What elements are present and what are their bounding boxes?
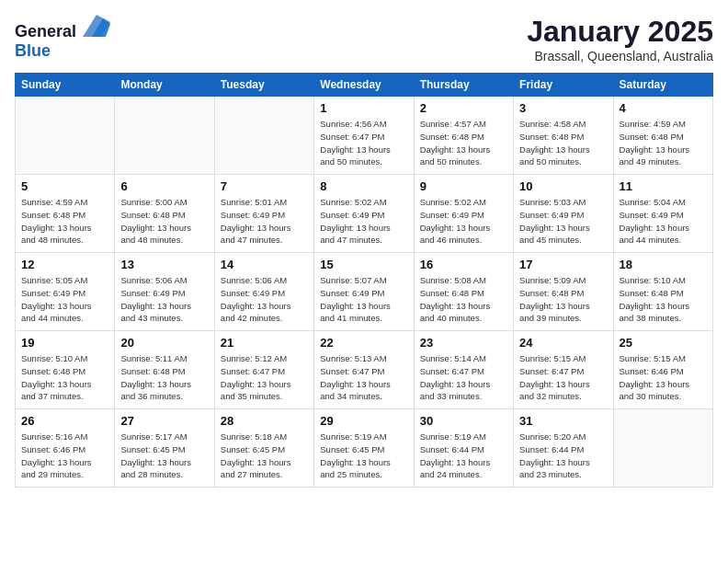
day-number: 8 bbox=[320, 179, 407, 193]
calendar-cell: 29Sunrise: 5:19 AMSunset: 6:45 PMDayligh… bbox=[314, 409, 414, 488]
week-row-4: 19Sunrise: 5:10 AMSunset: 6:48 PMDayligh… bbox=[16, 331, 713, 409]
day-info: Sunrise: 4:59 AMSunset: 6:48 PMDaylight:… bbox=[620, 118, 707, 168]
calendar-cell: 10Sunrise: 5:03 AMSunset: 6:49 PMDayligh… bbox=[514, 175, 613, 253]
day-number: 29 bbox=[320, 414, 407, 428]
day-info: Sunrise: 5:11 AMSunset: 6:48 PMDaylight:… bbox=[120, 352, 208, 403]
calendar-cell: 12Sunrise: 5:05 AMSunset: 6:49 PMDayligh… bbox=[16, 253, 115, 331]
logo-blue: Blue bbox=[15, 41, 51, 60]
col-header-saturday: Saturday bbox=[613, 74, 712, 97]
day-number: 17 bbox=[519, 258, 607, 271]
day-number: 21 bbox=[221, 336, 308, 350]
calendar-cell bbox=[214, 97, 313, 175]
calendar-cell: 5Sunrise: 4:59 AMSunset: 6:48 PMDaylight… bbox=[16, 175, 115, 253]
day-info: Sunrise: 4:57 AMSunset: 6:48 PMDaylight:… bbox=[420, 118, 507, 168]
day-number: 16 bbox=[420, 258, 507, 271]
day-info: Sunrise: 4:56 AMSunset: 6:47 PMDaylight:… bbox=[320, 118, 407, 168]
day-number: 19 bbox=[21, 336, 108, 350]
week-row-5: 26Sunrise: 5:16 AMSunset: 6:46 PMDayligh… bbox=[16, 409, 713, 488]
day-number: 10 bbox=[519, 179, 607, 193]
calendar-cell: 1Sunrise: 4:56 AMSunset: 6:47 PMDaylight… bbox=[314, 97, 414, 175]
day-number: 7 bbox=[221, 179, 308, 193]
day-number: 28 bbox=[221, 414, 308, 428]
day-info: Sunrise: 5:17 AMSunset: 6:45 PMDaylight:… bbox=[120, 431, 208, 481]
day-number: 31 bbox=[519, 414, 607, 428]
calendar-table: SundayMondayTuesdayWednesdayThursdayFrid… bbox=[15, 73, 713, 488]
day-info: Sunrise: 5:06 AMSunset: 6:49 PMDaylight:… bbox=[120, 274, 208, 325]
calendar-cell: 8Sunrise: 5:02 AMSunset: 6:49 PMDaylight… bbox=[314, 175, 414, 253]
calendar-cell bbox=[16, 97, 115, 175]
day-info: Sunrise: 5:14 AMSunset: 6:47 PMDaylight:… bbox=[420, 352, 507, 403]
col-header-sunday: Sunday bbox=[16, 74, 115, 97]
calendar-cell: 17Sunrise: 5:09 AMSunset: 6:48 PMDayligh… bbox=[514, 253, 613, 331]
day-info: Sunrise: 5:18 AMSunset: 6:45 PMDaylight:… bbox=[221, 431, 308, 481]
calendar-cell: 11Sunrise: 5:04 AMSunset: 6:49 PMDayligh… bbox=[613, 175, 712, 253]
logo-bird-icon bbox=[83, 15, 110, 37]
week-row-2: 5Sunrise: 4:59 AMSunset: 6:48 PMDaylight… bbox=[16, 175, 713, 253]
page-header: General Blue January 2025 Brassall, Quee… bbox=[15, 15, 713, 63]
day-info: Sunrise: 5:16 AMSunset: 6:46 PMDaylight:… bbox=[21, 431, 108, 481]
day-info: Sunrise: 5:10 AMSunset: 6:48 PMDaylight:… bbox=[620, 274, 707, 325]
day-info: Sunrise: 5:00 AMSunset: 6:48 PMDaylight:… bbox=[120, 196, 208, 247]
col-header-tuesday: Tuesday bbox=[214, 74, 313, 97]
day-info: Sunrise: 5:07 AMSunset: 6:49 PMDaylight:… bbox=[320, 274, 407, 325]
day-info: Sunrise: 5:01 AMSunset: 6:49 PMDaylight:… bbox=[221, 196, 308, 247]
calendar-cell: 18Sunrise: 5:10 AMSunset: 6:48 PMDayligh… bbox=[613, 253, 712, 331]
calendar-cell bbox=[115, 97, 214, 175]
day-number: 24 bbox=[519, 336, 607, 350]
calendar-cell: 30Sunrise: 5:19 AMSunset: 6:44 PMDayligh… bbox=[414, 409, 513, 488]
calendar-cell: 4Sunrise: 4:59 AMSunset: 6:48 PMDaylight… bbox=[613, 97, 712, 175]
day-number: 27 bbox=[120, 414, 208, 428]
day-number: 1 bbox=[320, 101, 407, 115]
calendar-cell: 24Sunrise: 5:15 AMSunset: 6:47 PMDayligh… bbox=[514, 331, 613, 409]
day-info: Sunrise: 5:12 AMSunset: 6:47 PMDaylight:… bbox=[221, 352, 308, 403]
day-info: Sunrise: 5:05 AMSunset: 6:49 PMDaylight:… bbox=[21, 274, 108, 325]
calendar-cell: 28Sunrise: 5:18 AMSunset: 6:45 PMDayligh… bbox=[214, 409, 313, 488]
day-number: 26 bbox=[21, 414, 108, 428]
calendar-cell: 25Sunrise: 5:15 AMSunset: 6:46 PMDayligh… bbox=[613, 331, 712, 409]
day-info: Sunrise: 5:15 AMSunset: 6:47 PMDaylight:… bbox=[519, 352, 607, 403]
day-info: Sunrise: 5:19 AMSunset: 6:45 PMDaylight:… bbox=[320, 431, 407, 481]
day-number: 9 bbox=[420, 179, 507, 193]
day-number: 30 bbox=[420, 414, 507, 428]
day-info: Sunrise: 5:02 AMSunset: 6:49 PMDaylight:… bbox=[420, 196, 507, 247]
day-info: Sunrise: 5:03 AMSunset: 6:49 PMDaylight:… bbox=[519, 196, 607, 247]
calendar-cell: 20Sunrise: 5:11 AMSunset: 6:48 PMDayligh… bbox=[115, 331, 214, 409]
calendar-cell: 15Sunrise: 5:07 AMSunset: 6:49 PMDayligh… bbox=[314, 253, 414, 331]
week-row-1: 1Sunrise: 4:56 AMSunset: 6:47 PMDaylight… bbox=[16, 97, 713, 175]
day-number: 18 bbox=[620, 258, 707, 271]
day-number: 11 bbox=[620, 179, 707, 193]
day-info: Sunrise: 5:02 AMSunset: 6:49 PMDaylight:… bbox=[320, 196, 407, 247]
calendar-header-row: SundayMondayTuesdayWednesdayThursdayFrid… bbox=[16, 74, 713, 97]
day-number: 25 bbox=[620, 336, 707, 350]
calendar-cell: 6Sunrise: 5:00 AMSunset: 6:48 PMDaylight… bbox=[115, 175, 214, 253]
day-info: Sunrise: 5:20 AMSunset: 6:44 PMDaylight:… bbox=[519, 431, 607, 481]
day-info: Sunrise: 5:08 AMSunset: 6:48 PMDaylight:… bbox=[420, 274, 507, 325]
calendar-cell: 27Sunrise: 5:17 AMSunset: 6:45 PMDayligh… bbox=[115, 409, 214, 488]
calendar-cell: 16Sunrise: 5:08 AMSunset: 6:48 PMDayligh… bbox=[414, 253, 513, 331]
day-number: 4 bbox=[620, 101, 707, 115]
day-number: 14 bbox=[221, 258, 308, 271]
calendar-cell: 9Sunrise: 5:02 AMSunset: 6:49 PMDaylight… bbox=[414, 175, 513, 253]
day-number: 6 bbox=[120, 179, 208, 193]
day-number: 23 bbox=[420, 336, 507, 350]
week-row-3: 12Sunrise: 5:05 AMSunset: 6:49 PMDayligh… bbox=[16, 253, 713, 331]
day-info: Sunrise: 5:13 AMSunset: 6:47 PMDaylight:… bbox=[320, 352, 407, 403]
day-number: 2 bbox=[420, 101, 507, 115]
day-info: Sunrise: 5:10 AMSunset: 6:48 PMDaylight:… bbox=[21, 352, 108, 403]
col-header-wednesday: Wednesday bbox=[314, 74, 414, 97]
col-header-friday: Friday bbox=[514, 74, 613, 97]
day-number: 3 bbox=[519, 101, 607, 115]
calendar-cell: 22Sunrise: 5:13 AMSunset: 6:47 PMDayligh… bbox=[314, 331, 414, 409]
calendar-cell: 3Sunrise: 4:58 AMSunset: 6:48 PMDaylight… bbox=[514, 97, 613, 175]
calendar-cell: 19Sunrise: 5:10 AMSunset: 6:48 PMDayligh… bbox=[16, 331, 115, 409]
logo-general: General bbox=[15, 22, 76, 40]
day-number: 13 bbox=[120, 258, 208, 271]
day-info: Sunrise: 5:09 AMSunset: 6:48 PMDaylight:… bbox=[519, 274, 607, 325]
calendar-cell: 13Sunrise: 5:06 AMSunset: 6:49 PMDayligh… bbox=[115, 253, 214, 331]
calendar-cell: 23Sunrise: 5:14 AMSunset: 6:47 PMDayligh… bbox=[414, 331, 513, 409]
day-info: Sunrise: 5:04 AMSunset: 6:49 PMDaylight:… bbox=[620, 196, 707, 247]
day-info: Sunrise: 4:59 AMSunset: 6:48 PMDaylight:… bbox=[21, 196, 108, 247]
day-info: Sunrise: 5:06 AMSunset: 6:49 PMDaylight:… bbox=[221, 274, 308, 325]
calendar-cell bbox=[613, 409, 712, 488]
day-number: 12 bbox=[21, 258, 108, 271]
